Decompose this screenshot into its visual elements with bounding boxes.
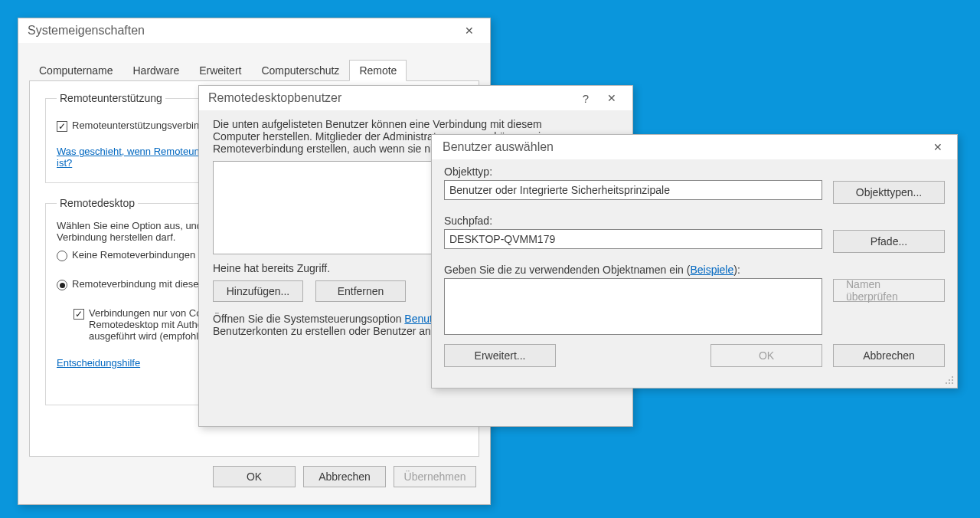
cancel-button[interactable]: Abbrechen xyxy=(833,344,945,367)
cancel-button[interactable]: Abbrechen xyxy=(303,466,386,487)
check-names-button[interactable]: Namen überprüfen xyxy=(833,279,945,302)
remove-button[interactable]: Entfernen xyxy=(315,280,406,302)
svg-rect-1 xyxy=(949,379,950,381)
dialog-title: Remotedesktopbenutzer xyxy=(208,91,573,105)
close-icon[interactable]: ✕ xyxy=(925,142,951,152)
add-button[interactable]: Hinzufügen... xyxy=(213,280,303,302)
tab-remote[interactable]: Remote xyxy=(349,60,407,81)
tabstrip: Computername Hardware Erweitert Computer… xyxy=(29,60,479,81)
group-legend: Remoteunterstützung xyxy=(57,92,165,104)
close-icon[interactable]: ✕ xyxy=(456,25,482,36)
dialog-title: Benutzer auswählen xyxy=(443,140,925,154)
object-type-field[interactable]: Benutzer oder Integrierte Sicherheitspri… xyxy=(444,180,822,200)
help-text: Verbindung herstellen darf. xyxy=(57,231,175,243)
tab-erweitert[interactable]: Erweitert xyxy=(189,60,251,80)
titlebar: Benutzer auswählen ✕ xyxy=(432,135,957,159)
radio-allow-remote[interactable] xyxy=(57,280,67,290)
svg-rect-3 xyxy=(946,382,947,384)
select-users-dialog: Benutzer auswählen ✕ Objekttyp: Benutzer… xyxy=(431,134,958,388)
tab-computerschutz[interactable]: Computerschutz xyxy=(251,60,349,80)
dialog-buttons: OK Abbrechen Übernehmen xyxy=(18,457,490,487)
intro-text: Die unten aufgelisteten Benutzer können … xyxy=(213,118,542,130)
help-icon[interactable]: ? xyxy=(573,93,599,104)
ok-button[interactable]: OK xyxy=(710,344,822,367)
tab-hardware[interactable]: Hardware xyxy=(123,60,190,80)
object-types-button[interactable]: Objekttypen... xyxy=(833,181,945,204)
dialog-title: Systemeigenschaften xyxy=(28,24,456,38)
object-type-label: Objekttyp: xyxy=(444,166,822,178)
radio-no-remote[interactable] xyxy=(57,251,67,261)
dialog-content: Objekttyp: Benutzer oder Integrierte Sic… xyxy=(432,159,957,335)
search-path-label: Suchpfad: xyxy=(444,215,822,227)
dialog-buttons: Erweitert... OK Abbrechen xyxy=(432,339,957,376)
checkbox-remote-assistance[interactable] xyxy=(57,121,67,132)
group-legend: Remotedesktop xyxy=(57,197,138,209)
search-path-field[interactable]: DESKTOP-QVMM179 xyxy=(444,229,822,249)
link-what-happens-cont[interactable]: ist? xyxy=(57,157,72,169)
paths-button[interactable]: Pfade... xyxy=(833,230,945,253)
titlebar: Remotedesktopbenutzer ? ✕ xyxy=(199,86,632,110)
resize-grip-icon[interactable] xyxy=(946,376,955,385)
advanced-button[interactable]: Erweitert... xyxy=(444,344,556,367)
tab-computername[interactable]: Computername xyxy=(29,60,123,80)
ok-button[interactable]: OK xyxy=(213,466,296,487)
object-names-label: Geben Sie die zu verwendenden Objektname… xyxy=(444,264,822,276)
svg-rect-5 xyxy=(952,382,953,384)
open-cpl-text: Öffnen Sie die Systemsteuerungsoption xyxy=(213,313,404,325)
checkbox-nla[interactable] xyxy=(74,309,84,320)
svg-rect-2 xyxy=(952,379,953,381)
svg-rect-4 xyxy=(949,382,950,384)
titlebar: Systemeigenschaften ✕ xyxy=(18,18,490,43)
apply-button[interactable]: Übernehmen xyxy=(394,466,476,487)
svg-rect-0 xyxy=(952,376,953,378)
link-help-choose[interactable]: Entscheidungshilfe xyxy=(57,357,140,369)
close-icon[interactable]: ✕ xyxy=(599,93,625,103)
examples-link[interactable]: Beispiele xyxy=(690,264,733,276)
object-names-input[interactable] xyxy=(444,278,822,335)
